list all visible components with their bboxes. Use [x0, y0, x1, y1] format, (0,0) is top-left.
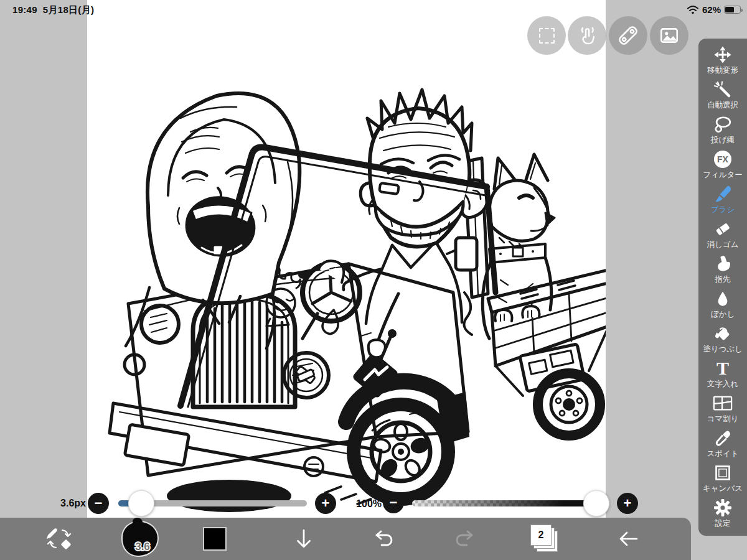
panel-divide-icon: [713, 394, 733, 413]
layers-count: 2: [530, 525, 552, 546]
sidebar-label: 塗りつぶし: [703, 344, 743, 355]
wifi-icon: [687, 5, 699, 14]
color-swatch-button[interactable]: [203, 527, 227, 551]
sidebar-label: コマ割り: [707, 414, 739, 424]
fingertip-icon: [714, 254, 731, 273]
sidebar-item-eyedropper[interactable]: スポイト: [698, 429, 747, 459]
down-arrow-icon: [293, 528, 314, 549]
brush-size-value: 3.6: [135, 541, 150, 553]
sidebar-label: 消しゴム: [707, 240, 739, 250]
battery-fill: [725, 7, 734, 12]
brush-preview-blob: 3.6: [123, 522, 157, 556]
image-import-button[interactable]: [650, 16, 688, 55]
text-tool-icon: T: [716, 359, 729, 378]
sidebar-label: キャンバス: [703, 483, 743, 494]
brush-size-slider-thumb[interactable]: [128, 490, 154, 516]
sidebar-label: スポイト: [707, 449, 738, 459]
selection-marquee-button[interactable]: [527, 16, 566, 55]
move-transform-icon: [713, 45, 732, 64]
battery-icon: [724, 6, 741, 14]
clock: 19:49: [12, 4, 37, 15]
sidebar-label: ぼかし: [711, 309, 735, 320]
layers-button[interactable]: 2: [530, 525, 559, 553]
paint-bucket-icon: [713, 324, 732, 343]
opacity-label: 100%: [350, 498, 382, 510]
drawing-canvas[interactable]: [87, 0, 606, 518]
magic-wand-icon: [714, 80, 731, 99]
blur-drop-icon: [715, 289, 731, 308]
lasso-icon: [713, 115, 733, 134]
back-button[interactable]: [618, 529, 640, 549]
sidebar-item-filter[interactable]: FX フィルター: [698, 150, 747, 180]
sidebar-item-panel-divide[interactable]: コマ割り: [698, 394, 747, 424]
sidebar-item-auto-select[interactable]: 自動選択: [698, 80, 747, 111]
sidebar-item-brush[interactable]: ブラシ: [698, 185, 747, 215]
sidebar-item-lasso[interactable]: 投げ縄: [698, 115, 747, 146]
brush-eraser-toggle-icon: [45, 526, 73, 552]
redo-button[interactable]: [453, 530, 476, 548]
touch-gesture-button[interactable]: [568, 16, 606, 55]
canvas-frame-icon: [714, 464, 731, 482]
image-icon: [659, 25, 680, 46]
eyedropper-icon: [714, 429, 731, 447]
download-button[interactable]: [293, 528, 314, 549]
back-arrow-icon: [618, 529, 640, 549]
sidebar-item-fill[interactable]: 塗りつぶし: [698, 324, 747, 355]
ruler-icon: [618, 25, 639, 46]
opacity-plus-button[interactable]: +: [617, 493, 638, 514]
opacity-slider-thumb[interactable]: [583, 490, 609, 516]
fx-filter-icon: FX: [714, 150, 731, 169]
ruler-button[interactable]: [609, 16, 647, 55]
date: 5月18日(月): [43, 4, 94, 15]
brush-eraser-toggle-button[interactable]: [45, 526, 73, 552]
opacity-slider[interactable]: [412, 500, 596, 506]
layers-icon: 2: [530, 525, 559, 553]
sidebar-label: 指先: [715, 274, 731, 285]
sidebar-label: フィルター: [703, 170, 743, 180]
bottom-toolbar: 3.6 2: [0, 518, 691, 560]
brush-size-label: 3.6px: [54, 498, 86, 509]
sidebar-label: 自動選択: [707, 100, 738, 111]
status-bar-right: 62%: [687, 4, 741, 15]
redo-arrow-icon: [453, 530, 476, 548]
brush-size-plus-button[interactable]: +: [315, 493, 336, 514]
opacity-minus-button[interactable]: −: [383, 492, 404, 513]
sidebar-label: 投げ縄: [711, 135, 735, 146]
tool-sidebar: 移動変形 自動選択 投げ縄 FX フィルター ブラシ 消しゴム 指: [698, 39, 747, 536]
sidebar-item-settings[interactable]: 設定: [698, 498, 747, 529]
touch-gesture-icon: [576, 24, 598, 47]
sidebar-item-text[interactable]: T 文字入れ: [698, 359, 747, 390]
sidebar-item-move-transform[interactable]: 移動変形: [698, 45, 747, 76]
undo-arrow-icon: [373, 530, 395, 548]
selection-marquee-icon: [539, 28, 555, 44]
brush-icon: [713, 185, 732, 203]
current-color-swatch: [203, 527, 227, 551]
battery-percent: 62%: [702, 4, 721, 15]
artwork-kei-truck-drawing: [87, 0, 606, 518]
brush-size-minus-button[interactable]: −: [88, 493, 109, 514]
undo-button[interactable]: [373, 530, 395, 548]
sidebar-label: 文字入れ: [707, 379, 738, 390]
brush-preview-button[interactable]: 3.6: [123, 522, 157, 556]
sidebar-item-eraser[interactable]: 消しゴム: [698, 220, 747, 250]
sidebar-label: 設定: [715, 518, 731, 529]
eraser-icon: [713, 220, 733, 238]
sidebar-label: 移動変形: [707, 65, 738, 76]
sidebar-item-canvas[interactable]: キャンバス: [698, 464, 747, 494]
status-bar-left: 19:49 5月18日(月): [12, 4, 94, 16]
settings-gear-icon: [713, 498, 732, 517]
sidebar-label: ブラシ: [711, 205, 735, 215]
sidebar-item-blur[interactable]: ぼかし: [698, 289, 747, 320]
sidebar-item-fingertip[interactable]: 指先: [698, 254, 747, 285]
